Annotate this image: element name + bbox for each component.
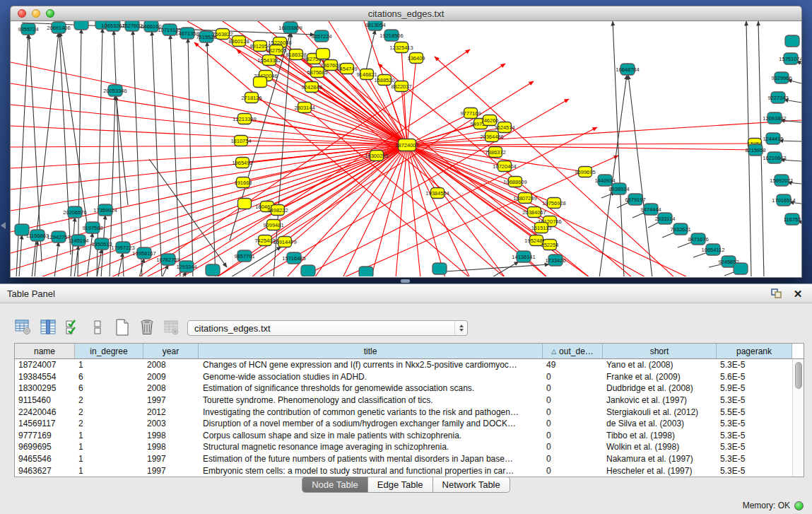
column-header-name[interactable]: name <box>15 344 75 358</box>
tab-node-table[interactable]: Node Table <box>302 477 368 493</box>
graph-node[interactable] <box>317 49 330 59</box>
table-row[interactable]: 1456911722003Disruption of a novel membe… <box>15 418 792 430</box>
table-cell: 2012 <box>143 407 199 417</box>
table-cell: 1997 <box>143 466 199 476</box>
table-cell: 5.9E-5 <box>717 383 792 393</box>
table-cell: 0 <box>543 454 603 464</box>
network-canvas[interactable]: 1872400793557242069140610653267152760264… <box>10 21 802 278</box>
table-selector-dropdown[interactable]: citations_edges.txt <box>187 320 468 336</box>
graph-edge[interactable] <box>71 217 75 276</box>
table-row[interactable]: 2242004622012Investigating the contribut… <box>15 406 792 418</box>
table-cell: Structural magnetic resonance image aver… <box>199 442 543 452</box>
table-cell: 5.3E-5 <box>717 419 792 428</box>
table-row[interactable]: 1938455462009Genome-wide association stu… <box>15 371 792 383</box>
column-header-year[interactable]: year <box>143 344 199 358</box>
graph-node[interactable] <box>74 21 88 30</box>
graph-edge[interactable] <box>407 120 801 145</box>
graph-node[interactable] <box>433 263 447 274</box>
graph-node[interactable] <box>238 199 252 209</box>
column-header-in_degree[interactable]: in_degree <box>75 344 143 358</box>
graph-edge[interactable] <box>407 58 416 145</box>
graph-node[interactable] <box>785 35 799 47</box>
graph-node-label: 16914479 <box>273 239 296 245</box>
graph-edge[interactable] <box>16 34 28 276</box>
table-tabs: Node TableEdge TableNetwork Table <box>0 477 812 493</box>
table-row[interactable]: 946362711997Embryonic stem cells: a mode… <box>15 465 792 477</box>
graph-edge[interactable] <box>187 21 407 145</box>
table-row[interactable]: 969969511998Structural magnetic resonanc… <box>15 441 792 453</box>
graph-edge[interactable] <box>407 145 420 276</box>
graph-node-label: 19756928 <box>542 200 565 206</box>
table-cell: Estimation of significance thresholds fo… <box>199 383 543 393</box>
table-row[interactable]: 1872400712008Changes of HCN gene express… <box>15 359 792 371</box>
citation-network-graph[interactable]: 1872400793557242069140610653267152760264… <box>11 21 801 276</box>
table-row[interactable]: 911546021997Tourette syndrome. Phenomeno… <box>15 395 792 407</box>
graph-node[interactable] <box>206 264 220 276</box>
table-cell: Estimation of the future numbers of pati… <box>199 454 543 464</box>
clear-selection-icon[interactable] <box>88 318 107 337</box>
table-cell: 1 <box>75 454 143 464</box>
close-panel-icon[interactable]: ✕ <box>791 287 805 300</box>
table-cell: 2008 <box>143 360 199 370</box>
graph-edge[interactable] <box>407 144 755 145</box>
graph-node[interactable] <box>734 263 748 274</box>
table-settings-icon[interactable] <box>14 318 33 337</box>
select-column-icon[interactable] <box>39 318 57 337</box>
graph-edge[interactable] <box>265 145 407 240</box>
column-header-title[interactable]: title <box>199 344 543 358</box>
tab-edge-table[interactable]: Edge Table <box>368 477 433 493</box>
graph-node-label: 16033809 <box>278 25 302 31</box>
graph-node-label: 2803144 <box>294 105 314 111</box>
table-row[interactable]: 977716911998Corpus callosum shape and si… <box>15 430 792 442</box>
tab-network-table[interactable]: Network Table <box>433 477 510 493</box>
vertical-scrollbar[interactable] <box>792 359 804 477</box>
scrollbar-thumb[interactable] <box>795 362 802 389</box>
graph-edge[interactable] <box>152 31 162 276</box>
table-cell: 9465546 <box>15 454 75 464</box>
column-header-short[interactable]: short <box>603 344 717 358</box>
graph-edge[interactable] <box>314 145 407 276</box>
table-cell: Changes of HCN gene expression and I(f) … <box>199 360 543 370</box>
graph-node-label: 746266 <box>481 117 498 124</box>
network-view-window[interactable]: citations_edges.txt 18724007935572420691… <box>10 6 802 278</box>
delete-table-icon[interactable] <box>138 318 156 337</box>
column-header-out_de[interactable]: △out_de… <box>543 344 603 358</box>
graph-edge[interactable] <box>613 21 624 276</box>
graph-edge[interactable] <box>11 145 407 147</box>
panel-splitter-grip[interactable] <box>401 279 410 283</box>
table-row[interactable]: 1830029562008Estimation of significance … <box>15 382 792 395</box>
graph-edge[interactable] <box>170 35 180 276</box>
new-table-icon[interactable] <box>113 318 131 337</box>
table-cell: Dudbridge et al. (2008) <box>603 383 717 393</box>
close-window-button[interactable] <box>18 9 26 18</box>
zoom-window-button[interactable] <box>46 9 54 18</box>
graph-edge[interactable] <box>312 87 407 145</box>
graph-edge[interactable] <box>243 145 407 182</box>
graph-node-label: 17359924 <box>93 207 117 214</box>
network-window-titlebar[interactable]: citations_edges.txt <box>10 6 802 21</box>
column-header-pagerank[interactable]: pagerank <box>717 344 792 358</box>
graph-node[interactable] <box>254 77 267 88</box>
graph-node-label: 15692071 <box>770 177 793 184</box>
graph-edge[interactable] <box>116 95 128 205</box>
graph-node[interactable] <box>359 267 373 276</box>
graph-node-label: 12942757 <box>47 234 70 240</box>
node-table: namein_degreeyeartitle△out_de…shortpager… <box>14 343 804 477</box>
graph-edge[interactable] <box>133 30 142 276</box>
graph-node[interactable] <box>301 265 315 276</box>
graph-edge[interactable] <box>258 99 569 276</box>
table-cell: 5.3E-5 <box>717 442 792 452</box>
graph-edge[interactable] <box>162 264 168 276</box>
table-row[interactable]: 946554611997Estimation of the future num… <box>15 453 792 465</box>
select-all-rows-icon[interactable] <box>64 318 82 337</box>
table-cell: Corpus callosum shape and size in male p… <box>199 431 543 440</box>
graph-edge[interactable] <box>19 235 22 276</box>
graph-node-label: 20053346 <box>103 88 126 94</box>
graph-edge[interactable] <box>11 145 407 232</box>
graph-edge[interactable] <box>11 145 407 211</box>
graph-edge[interactable] <box>11 145 407 168</box>
collapse-panel-arrow-icon[interactable] <box>1 222 6 229</box>
minimize-window-button[interactable] <box>32 9 40 18</box>
float-panel-icon[interactable] <box>770 287 784 300</box>
graph-edge[interactable] <box>435 264 549 272</box>
